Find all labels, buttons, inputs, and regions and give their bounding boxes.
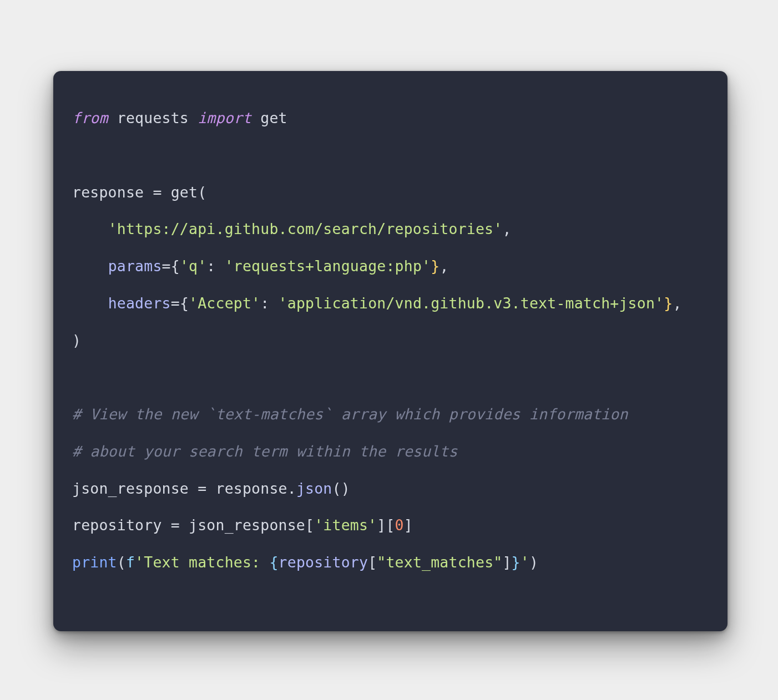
fstring-index-open: [ [368,554,377,571]
var-response: response [72,184,153,201]
brace-open: { [171,257,180,275]
fstring-prefix: f [126,554,135,571]
comma: , [439,257,448,275]
string-items: 'items' [314,516,377,534]
method-json: json [296,480,332,497]
fstring-key: "text_matches" [377,554,502,571]
string-q: 'q' [180,257,206,275]
fstring-text-2: ' [521,554,529,571]
var-json-response: json_response [72,480,198,497]
equals: = [198,480,206,497]
equals: = [162,257,171,275]
keyword-import: import [198,109,251,126]
equals: = [171,516,180,534]
string-accept: 'Accept' [189,295,260,312]
index-mid: ][ [377,516,395,534]
colon: : [206,257,224,275]
module-name: requests [117,109,189,126]
fn-print: print [72,554,117,571]
paren-open: ( [117,554,126,571]
call-get-open: get( [162,184,207,201]
indent [72,295,108,312]
fstring-brace-open: { [269,554,278,571]
brace-close: } [664,295,673,312]
page-background: from requests import get response = get(… [0,0,778,700]
keyword-from: from [72,109,108,126]
equals: = [153,184,161,201]
colon: : [260,295,278,312]
brace-open: { [180,295,189,312]
comma: , [673,295,681,312]
equals: = [171,295,180,312]
string-accept-value: 'application/vnd.github.v3.text-match+js… [279,295,664,312]
comma: , [502,220,511,237]
string-query: 'requests+language:php' [225,257,431,275]
string-url: 'https://api.github.com/search/repositor… [108,220,503,237]
expr-response-dot: response. [206,480,296,497]
fstring-text-1: 'Text matches: [135,554,269,571]
space [251,109,260,126]
comment-line-1: # View the new `text-matches` array whic… [72,405,628,423]
parens: () [332,480,350,497]
paren-close: ) [529,554,538,571]
imported-name: get [260,109,287,126]
indent [72,220,108,237]
param-headers: headers [108,295,171,312]
param-params: params [108,257,162,275]
brace-close: } [431,257,439,275]
code-card: from requests import get response = get(… [53,71,728,631]
number-zero: 0 [395,516,404,534]
space [108,109,117,126]
space [189,109,198,126]
paren-close: ) [72,332,81,349]
code-block: from requests import get response = get(… [72,100,709,581]
var-repository: repository [72,516,171,534]
fstring-brace-close: } [512,554,521,571]
fstring-index-close: ] [502,554,511,571]
fstring-var-repository: repository [279,554,368,571]
comment-line-2: # about your search term within the resu… [72,443,458,460]
index-close: ] [404,516,413,534]
expr-jsonresp-index-open: json_response[ [180,516,314,534]
indent [72,257,108,275]
